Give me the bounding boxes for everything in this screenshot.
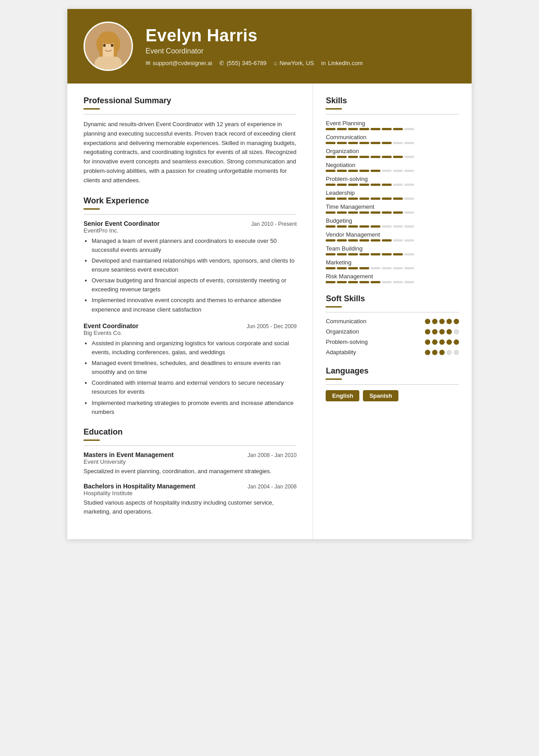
lang-badge-spanish: Spanish — [363, 390, 398, 401]
skills-section: Skills Event PlanningCommunicationOrgani… — [326, 96, 459, 283]
skill-seg-5-1 — [337, 198, 347, 200]
soft-dot-0-0 — [425, 319, 430, 324]
soft-skills-divider — [326, 312, 459, 312]
skill-bar-2 — [326, 156, 459, 158]
skill-bar-10 — [326, 267, 459, 269]
skill-seg-6-0 — [326, 211, 336, 214]
skill-seg-9-1 — [337, 253, 347, 255]
job-0-title: Senior Event Coordinator — [84, 220, 160, 227]
skill-name-11: Risk Management — [326, 273, 459, 280]
job-0-bullet-1: Developed and maintained relationships w… — [92, 256, 296, 274]
skills-title: Skills — [326, 96, 459, 105]
skill-bar-7 — [326, 225, 459, 228]
education-underline — [84, 440, 100, 441]
soft-skill-name-1: Organization — [326, 328, 359, 335]
job-1: Event Coordinator Jun 2005 - Dec 2009 Bi… — [84, 322, 296, 417]
skill-bar-6 — [326, 211, 459, 214]
skill-seg-2-1 — [337, 156, 347, 158]
skill-seg-10-6 — [393, 267, 403, 269]
job-1-bullets: Assisted in planning and organizing logi… — [92, 339, 296, 417]
soft-dot-1-2 — [439, 329, 445, 334]
skill-seg-7-6 — [393, 225, 403, 228]
skill-seg-9-2 — [348, 253, 358, 255]
edu-1-school: Hospitality Institute — [84, 490, 296, 497]
skill-seg-10-3 — [359, 267, 369, 269]
skill-seg-4-6 — [393, 184, 403, 186]
skill-item-11: Risk Management — [326, 273, 459, 283]
job-0-bullet-3: Implemented innovative event concepts an… — [92, 296, 296, 314]
skill-seg-2-2 — [348, 156, 358, 158]
summary-title: Professional Summary — [84, 96, 296, 105]
avatar — [84, 22, 133, 71]
skill-seg-7-3 — [359, 225, 369, 228]
skill-seg-4-3 — [359, 184, 369, 186]
skill-seg-8-2 — [348, 239, 358, 242]
soft-dot-3-4 — [454, 350, 459, 355]
skill-seg-0-1 — [337, 128, 347, 130]
skill-seg-9-6 — [393, 253, 403, 255]
job-1-bullet-0: Assisted in planning and organizing logi… — [92, 339, 296, 357]
skill-name-3: Negotiation — [326, 162, 459, 168]
soft-skill-item-2: Problem-solving — [326, 338, 459, 345]
email-icon: ✉ — [146, 60, 150, 66]
linkedin-text: LinkedIn.com — [328, 60, 362, 66]
soft-dot-2-4 — [454, 339, 459, 345]
skill-seg-2-6 — [393, 156, 403, 158]
job-1-bullet-1: Managed event timelines, schedules, and … — [92, 359, 296, 377]
edu-0-desc: Specialized in event planning, coordinat… — [84, 467, 296, 476]
skill-seg-0-6 — [393, 128, 403, 130]
soft-skill-item-0: Communication — [326, 318, 459, 325]
edu-1-date: Jan 2004 - Jan 2008 — [247, 483, 296, 490]
skill-seg-11-2 — [348, 281, 358, 283]
skill-seg-2-4 — [371, 156, 380, 158]
languages-underline — [326, 378, 342, 380]
skill-seg-11-4 — [371, 281, 380, 283]
skill-seg-7-4 — [371, 225, 380, 228]
skills-underline — [326, 108, 342, 110]
skill-seg-8-7 — [404, 239, 414, 242]
job-0-bullet-2: Oversaw budgeting and financial aspects … — [92, 276, 296, 294]
skill-seg-3-0 — [326, 170, 336, 172]
skill-seg-11-5 — [382, 281, 392, 283]
soft-dot-0-4 — [454, 319, 459, 324]
skill-seg-5-4 — [371, 198, 380, 200]
edu-0-school: Event University — [84, 458, 296, 465]
soft-dot-2-1 — [432, 339, 437, 345]
skill-seg-1-3 — [359, 142, 369, 144]
skill-seg-5-0 — [326, 198, 336, 200]
skill-seg-8-3 — [359, 239, 369, 242]
skill-item-3: Negotiation — [326, 162, 459, 172]
skill-seg-8-4 — [371, 239, 380, 242]
skill-seg-9-7 — [404, 253, 414, 255]
experience-section: Work Experience Senior Event Coordinator… — [84, 196, 296, 417]
edu-0-header: Masters in Event Management Jan 2008 - J… — [84, 451, 296, 458]
job-1-title: Event Coordinator — [84, 322, 138, 330]
skill-item-5: Leadership — [326, 189, 459, 200]
job-0-company: EventPro Inc. — [84, 227, 296, 234]
skill-seg-7-0 — [326, 225, 336, 228]
skill-seg-8-1 — [337, 239, 347, 242]
skill-name-0: Event Planning — [326, 120, 459, 127]
skill-seg-1-6 — [393, 142, 403, 144]
experience-underline — [84, 208, 100, 210]
skill-seg-4-5 — [382, 184, 392, 186]
edu-0-date: Jan 2008 - Jan 2010 — [247, 452, 296, 458]
skill-bar-4 — [326, 184, 459, 186]
soft-skill-dots-2 — [425, 339, 459, 345]
skill-seg-4-4 — [371, 184, 380, 186]
skill-seg-4-1 — [337, 184, 347, 186]
languages-divider — [326, 384, 459, 385]
soft-skill-name-0: Communication — [326, 318, 366, 325]
skill-name-8: Vendor Management — [326, 231, 459, 238]
skill-seg-11-0 — [326, 281, 336, 283]
skill-seg-7-5 — [382, 225, 392, 228]
job-0-bullet-0: Managed a team of event planners and coo… — [92, 237, 296, 255]
job-0-header: Senior Event Coordinator Jan 2010 - Pres… — [84, 220, 296, 227]
header-contacts: ✉ support@cvdesigner.ai ✆ (555) 345-6789… — [146, 60, 362, 66]
skill-seg-4-2 — [348, 184, 358, 186]
edu-0-degree: Masters in Event Management — [84, 451, 174, 458]
languages-section: Languages EnglishSpanish — [326, 366, 459, 401]
skill-seg-8-5 — [382, 239, 392, 242]
phone-text: (555) 345-6789 — [226, 60, 266, 66]
skill-bar-1 — [326, 142, 459, 144]
